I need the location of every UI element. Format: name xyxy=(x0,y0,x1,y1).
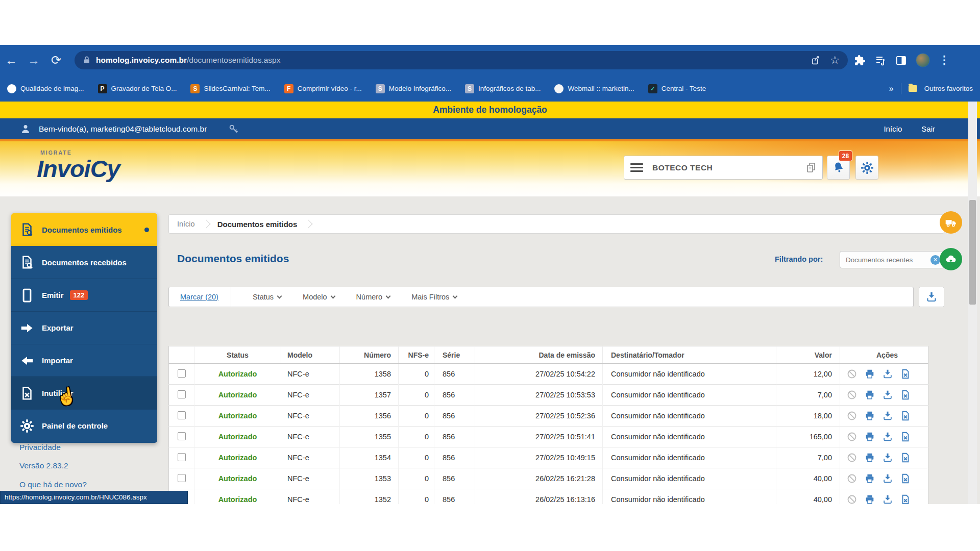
print-icon[interactable] xyxy=(864,494,875,505)
filter-chip[interactable]: Documentos recentes ✕ xyxy=(840,251,944,268)
bookmark-item[interactable]: Webmail :: marketin... xyxy=(554,84,634,93)
browser-menu-icon[interactable]: ⋮ xyxy=(939,54,950,67)
document-x-icon[interactable] xyxy=(900,410,911,421)
share-icon[interactable] xyxy=(811,55,822,66)
filter-chip-label: Documentos recentes xyxy=(846,256,930,264)
profile-avatar[interactable] xyxy=(916,53,930,67)
forward-button[interactable]: → xyxy=(22,53,45,67)
print-icon[interactable] xyxy=(864,452,875,463)
numero-cell: 1356 xyxy=(340,406,399,427)
data-emissao-cell: 27/02/25 10:51:41 xyxy=(475,427,603,447)
sidebar-item-inutilizar[interactable]: Inutilizar xyxy=(11,377,157,409)
select-all-link[interactable]: Marcar (20) xyxy=(180,293,218,301)
print-icon[interactable] xyxy=(864,473,875,484)
col-destinatario: Destinatário/Tomador xyxy=(603,346,776,364)
settings-button[interactable] xyxy=(855,156,878,180)
sidebar-item-painel-de-controle[interactable]: Painel de controle xyxy=(11,409,157,442)
chevron-down-icon xyxy=(453,294,458,299)
print-icon[interactable] xyxy=(864,368,875,380)
print-icon[interactable] xyxy=(864,431,875,442)
bookmark-item[interactable]: Qualidade de imag... xyxy=(7,84,84,93)
document-x-icon[interactable] xyxy=(900,473,911,484)
cancel-ban-icon[interactable] xyxy=(846,473,857,484)
bookmark-item[interactable]: ✓Central - Teste xyxy=(648,84,706,93)
document-x-icon[interactable] xyxy=(900,452,911,463)
cancel-ban-icon[interactable] xyxy=(846,452,857,463)
user-icon xyxy=(19,123,32,135)
row-checkbox[interactable] xyxy=(178,432,186,440)
reload-button[interactable]: ⟳ xyxy=(45,53,67,67)
sidebar-item-documentos-recebidos[interactable]: Documentos recebidos xyxy=(11,246,157,279)
row-checkbox[interactable] xyxy=(178,369,186,378)
other-favorites-label[interactable]: Outros favoritos xyxy=(924,85,973,92)
company-selector[interactable]: BOTECO TECH xyxy=(624,156,823,180)
row-checkbox[interactable] xyxy=(178,411,186,419)
col-serie: Série xyxy=(434,346,475,364)
cancel-ban-icon[interactable] xyxy=(846,389,857,400)
bookmark-star-icon[interactable]: ☆ xyxy=(830,54,840,66)
bookmark-item[interactable]: SSlidesCarnival: Tem... xyxy=(190,84,270,93)
bookmark-item[interactable]: PGravador de Tela O... xyxy=(98,84,177,93)
whats-new-link[interactable]: O que há de novo? xyxy=(19,480,87,489)
cloud-status-fab-button[interactable] xyxy=(940,248,962,270)
support-fab-button[interactable] xyxy=(940,211,962,234)
row-checkbox[interactable] xyxy=(178,474,186,482)
download-icon[interactable] xyxy=(882,452,893,463)
download-icon[interactable] xyxy=(882,494,893,505)
download-icon[interactable] xyxy=(882,389,893,400)
mais-filtros-dropdown[interactable]: Mais Filtros xyxy=(411,293,457,301)
privacy-link[interactable]: Privacidade xyxy=(19,443,61,452)
sidebar-item-importar[interactable]: Importar xyxy=(11,344,157,377)
download-icon[interactable] xyxy=(882,473,893,484)
numero-filter-dropdown[interactable]: Número xyxy=(356,293,390,301)
cancel-ban-icon[interactable] xyxy=(846,494,857,505)
cancel-ban-icon[interactable] xyxy=(846,431,857,442)
document-x-icon[interactable] xyxy=(900,389,911,400)
row-checkbox[interactable] xyxy=(178,453,186,461)
key-icon[interactable] xyxy=(228,123,239,135)
cancel-ban-icon[interactable] xyxy=(846,368,857,380)
numero-cell: 1354 xyxy=(340,447,399,468)
download-icon xyxy=(925,291,938,303)
document-x-icon[interactable] xyxy=(900,431,911,442)
company-menu-icon[interactable] xyxy=(630,161,643,174)
download-icon[interactable] xyxy=(882,410,893,421)
breadcrumb-home[interactable]: Início xyxy=(177,220,195,228)
row-checkbox[interactable] xyxy=(178,390,186,398)
print-icon[interactable] xyxy=(864,410,875,421)
bookmark-favicon xyxy=(554,84,564,93)
export-download-button[interactable] xyxy=(919,287,944,307)
chip-close-icon[interactable]: ✕ xyxy=(930,255,940,265)
scrollbar-thumb[interactable] xyxy=(969,200,976,305)
bookmark-item[interactable]: FComprimir vídeo - r... xyxy=(284,84,362,93)
document-x-icon[interactable] xyxy=(900,368,911,380)
document-search-icon xyxy=(19,222,35,237)
sidebar-item-documentos-emitidos[interactable]: Documentos emitidos xyxy=(11,213,157,246)
extensions-puzzle-icon[interactable] xyxy=(854,55,866,66)
bookmark-item[interactable]: SModelo Infográfico... xyxy=(376,84,451,93)
sidebar-item-emitir[interactable]: Emitir 122 xyxy=(11,279,157,311)
side-panel-icon[interactable] xyxy=(895,55,907,66)
home-link[interactable]: Início xyxy=(884,124,902,133)
logout-link[interactable]: Sair xyxy=(921,124,935,133)
bookmarks-overflow-chevron[interactable]: » xyxy=(889,84,894,93)
status-filter-dropdown[interactable]: Status xyxy=(253,293,281,301)
bookmark-favicon: S xyxy=(190,84,200,93)
status-badge: Autorizado xyxy=(218,412,257,420)
col-nfse: NFS-e xyxy=(399,346,434,364)
bookmark-favicon: F xyxy=(284,84,293,93)
bookmark-item[interactable]: SInfográficos de tab... xyxy=(465,84,541,93)
arrow-right-icon xyxy=(19,320,35,336)
copy-icon[interactable] xyxy=(805,162,817,174)
cancel-ban-icon[interactable] xyxy=(846,410,857,421)
reading-list-icon[interactable] xyxy=(874,54,887,66)
status-badge: Autorizado xyxy=(218,433,257,441)
url-bar[interactable]: homolog.invoicy.com.br/documentosemitido… xyxy=(75,51,848,69)
document-x-icon[interactable] xyxy=(900,494,911,505)
download-icon[interactable] xyxy=(882,431,893,442)
print-icon[interactable] xyxy=(864,389,875,400)
sidebar-item-exportar[interactable]: Exportar xyxy=(11,311,157,344)
back-button[interactable]: ← xyxy=(0,53,22,67)
modelo-filter-dropdown[interactable]: Modelo xyxy=(303,293,335,301)
download-icon[interactable] xyxy=(882,368,893,380)
